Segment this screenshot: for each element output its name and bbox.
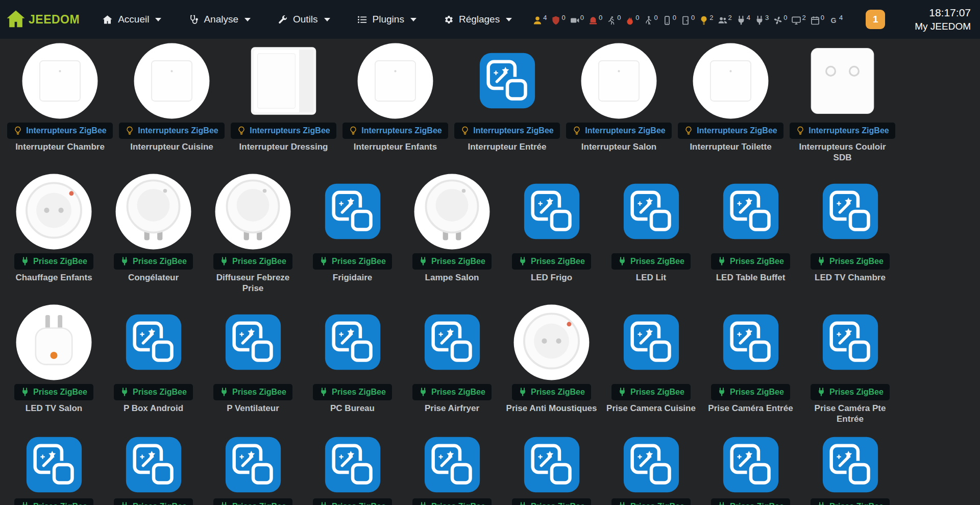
device-image-wrap[interactable] bbox=[125, 433, 182, 496]
device-category-badge[interactable]: Prises ZigBee bbox=[611, 384, 691, 400]
device-category-badge[interactable]: Prises ZigBee bbox=[811, 253, 890, 270]
device-tile[interactable]: Interrupteurs ZigBee Interrupteur Toilet… bbox=[675, 41, 787, 163]
device-tile[interactable]: Interrupteurs ZigBee Interrupteurs Coulo… bbox=[787, 41, 898, 163]
device-image-wrap[interactable] bbox=[225, 433, 282, 496]
device-category-badge[interactable]: Prises ZigBee bbox=[313, 498, 392, 505]
device-image-wrap[interactable] bbox=[15, 302, 93, 382]
device-image-wrap[interactable] bbox=[623, 302, 680, 382]
device-image-wrap[interactable] bbox=[803, 41, 881, 121]
jeedom-logo[interactable]: JEEDOM bbox=[5, 9, 80, 30]
device-image-wrap[interactable] bbox=[822, 433, 879, 496]
device-image-wrap[interactable] bbox=[114, 172, 192, 251]
device-tile[interactable]: Prises ZigBee LED TV Salon bbox=[4, 302, 104, 425]
device-tile[interactable]: Prises ZigBee Frigidaire bbox=[303, 172, 402, 294]
device-tile[interactable]: Interrupteurs ZigBee Interrupteur Chambr… bbox=[4, 41, 116, 163]
device-category-badge[interactable]: Prises ZigBee bbox=[412, 384, 492, 400]
device-image-wrap[interactable] bbox=[133, 41, 211, 121]
device-category-badge[interactable]: Prises ZigBee bbox=[14, 498, 93, 505]
status-indicator[interactable]: 0 bbox=[623, 14, 641, 26]
device-category-badge[interactable]: Prises ZigBee bbox=[811, 498, 890, 505]
device-image-wrap[interactable] bbox=[623, 172, 680, 251]
device-tile[interactable]: Prises ZigBee P Box Android bbox=[104, 302, 203, 425]
device-tile[interactable]: Prises ZigBee Prise Airfryer bbox=[402, 302, 502, 425]
update-badge[interactable]: 1 bbox=[866, 10, 885, 29]
device-category-badge[interactable]: Interrupteurs ZigBee bbox=[678, 123, 783, 139]
device-category-badge[interactable]: Prises ZigBee bbox=[313, 384, 392, 400]
device-tile[interactable]: Interrupteurs ZigBee Interrupteur Salon bbox=[563, 41, 675, 163]
status-indicator[interactable]: 3 bbox=[752, 14, 771, 26]
device-tile[interactable]: Interrupteurs ZigBee Interrupteur Cuisin… bbox=[116, 41, 228, 163]
device-category-badge[interactable]: Prises ZigBee bbox=[811, 384, 890, 400]
device-tile[interactable]: Prises ZigBee bbox=[701, 433, 800, 505]
menu-item-accueil[interactable]: Accueil bbox=[89, 0, 175, 39]
device-tile[interactable]: Prises ZigBee Prise Camera Cuisine bbox=[601, 302, 701, 425]
device-category-badge[interactable]: Prises ZigBee bbox=[512, 498, 591, 505]
status-indicator[interactable]: 4 bbox=[826, 14, 845, 26]
status-indicator[interactable]: 0 bbox=[678, 14, 697, 26]
device-category-badge[interactable]: Prises ZigBee bbox=[711, 498, 790, 505]
device-tile[interactable]: Prises ZigBee PC Bureau bbox=[303, 302, 402, 425]
status-indicator[interactable]: 4 bbox=[734, 14, 752, 26]
device-tile[interactable]: Prises ZigBee bbox=[601, 433, 701, 505]
status-indicator[interactable]: 0 bbox=[771, 14, 789, 26]
device-tile[interactable]: Prises ZigBee P Ventilateur bbox=[203, 302, 303, 425]
device-category-badge[interactable]: Prises ZigBee bbox=[611, 253, 691, 270]
device-image-wrap[interactable] bbox=[692, 41, 770, 121]
device-image-wrap[interactable] bbox=[244, 41, 323, 121]
status-indicator[interactable]: 0 bbox=[568, 14, 586, 26]
device-category-badge[interactable]: Prises ZigBee bbox=[412, 253, 492, 270]
device-tile[interactable]: Prises ZigBee bbox=[402, 433, 502, 505]
device-image-wrap[interactable] bbox=[822, 302, 879, 382]
device-tile[interactable]: Interrupteurs ZigBee Interrupteur Enfant… bbox=[339, 41, 451, 163]
device-category-badge[interactable]: Prises ZigBee bbox=[213, 253, 292, 270]
device-tile[interactable]: Prises ZigBee bbox=[502, 433, 601, 505]
device-image-wrap[interactable] bbox=[512, 302, 591, 382]
device-tile[interactable]: Prises ZigBee bbox=[4, 433, 104, 505]
device-tile[interactable]: Prises ZigBee Prise Caméra Pte Entrée bbox=[800, 302, 900, 425]
device-category-badge[interactable]: Prises ZigBee bbox=[114, 253, 193, 270]
device-category-badge[interactable]: Interrupteurs ZigBee bbox=[342, 123, 448, 139]
device-image-wrap[interactable] bbox=[225, 302, 282, 382]
device-image-wrap[interactable] bbox=[324, 433, 381, 496]
device-tile[interactable]: Prises ZigBee bbox=[104, 433, 203, 505]
device-tile[interactable]: Prises ZigBee LED Table Buffet bbox=[701, 172, 800, 294]
device-category-badge[interactable]: Interrupteurs ZigBee bbox=[7, 123, 112, 139]
device-tile[interactable]: Prises ZigBee Congélateur bbox=[104, 172, 203, 294]
device-category-badge[interactable]: Prises ZigBee bbox=[313, 253, 392, 270]
device-image-wrap[interactable] bbox=[822, 172, 879, 251]
device-image-wrap[interactable] bbox=[722, 172, 779, 251]
device-image-wrap[interactable] bbox=[424, 302, 481, 382]
status-indicator[interactable]: 4 bbox=[530, 14, 549, 26]
menu-item-plugins[interactable]: Plugins bbox=[344, 0, 430, 39]
device-category-badge[interactable]: Interrupteurs ZigBee bbox=[454, 123, 559, 139]
device-tile[interactable]: Prises ZigBee LED Frigo bbox=[502, 172, 601, 294]
status-indicator[interactable]: 0 bbox=[642, 14, 660, 26]
device-category-badge[interactable]: Prises ZigBee bbox=[711, 384, 790, 400]
device-category-badge[interactable]: Prises ZigBee bbox=[611, 498, 691, 505]
device-tile[interactable]: Interrupteurs ZigBee Interrupteur Dressi… bbox=[228, 41, 339, 163]
device-image-wrap[interactable] bbox=[324, 302, 381, 382]
device-tile[interactable]: Prises ZigBee LED Lit bbox=[601, 172, 701, 294]
status-indicator[interactable]: 2 bbox=[716, 14, 734, 26]
status-indicator[interactable]: 0 bbox=[660, 14, 678, 26]
device-tile[interactable]: Prises ZigBee bbox=[303, 433, 402, 505]
status-indicator[interactable]: 2 bbox=[789, 14, 807, 26]
device-image-wrap[interactable] bbox=[722, 433, 779, 496]
device-category-badge[interactable]: Prises ZigBee bbox=[114, 498, 193, 505]
device-tile[interactable]: Prises ZigBee Prise Caméra Entrée bbox=[701, 302, 800, 425]
device-image-wrap[interactable] bbox=[26, 433, 83, 496]
status-indicator[interactable]: 0 bbox=[586, 14, 604, 26]
device-tile[interactable]: Prises ZigBee Lampe Salon bbox=[402, 172, 502, 294]
device-tile[interactable]: Prises ZigBee Prise Anti Moustiques bbox=[502, 302, 601, 425]
device-category-badge[interactable]: Prises ZigBee bbox=[213, 498, 292, 505]
device-category-badge[interactable]: Prises ZigBee bbox=[512, 253, 591, 270]
status-indicator[interactable]: 2 bbox=[697, 14, 715, 26]
menu-item-analyse[interactable]: Analyse bbox=[175, 0, 264, 39]
device-category-badge[interactable]: Interrupteurs ZigBee bbox=[119, 123, 224, 139]
status-indicator[interactable]: 0 bbox=[604, 14, 623, 26]
device-image-wrap[interactable] bbox=[21, 41, 99, 121]
device-category-badge[interactable]: Prises ZigBee bbox=[512, 384, 591, 400]
device-image-wrap[interactable] bbox=[356, 41, 434, 121]
device-category-badge[interactable]: Prises ZigBee bbox=[213, 384, 292, 400]
device-category-badge[interactable]: Interrupteurs ZigBee bbox=[790, 123, 895, 139]
